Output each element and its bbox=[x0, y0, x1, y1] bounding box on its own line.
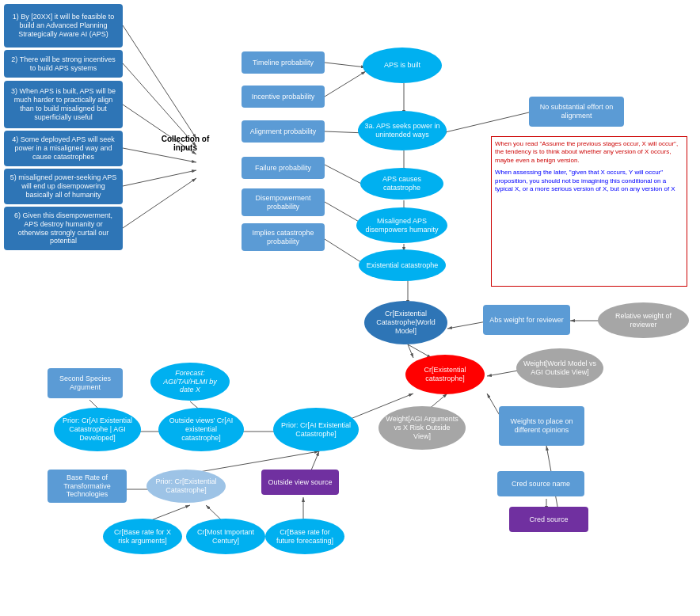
weights-opinions-node: Weights to place on different opinions bbox=[499, 406, 584, 446]
step5-node: 5) misaligned power-seeking APS will end… bbox=[4, 169, 123, 204]
annotation-box: When you read "Assume the previous stage… bbox=[491, 136, 687, 287]
collection-label-text: Collection of inputs bbox=[162, 135, 210, 152]
cr-exist-world-label: Cr[Existential Catastrophe|World Model] bbox=[371, 310, 441, 335]
step1-label: 1) By [20XX] it will be feasible to buil… bbox=[9, 13, 118, 38]
prior-cr-ai-node: Prior: Cr[AI Existential Catastrophe | A… bbox=[54, 408, 141, 451]
step2-node: 2) There will be strong incentives to bu… bbox=[4, 50, 123, 78]
aps-seeks-power-node: 3a. APS seeks power in unintended ways bbox=[358, 111, 447, 150]
svg-line-2 bbox=[123, 25, 196, 139]
disempowerment-prob-node: Disempowerment probability bbox=[242, 188, 325, 216]
rel-weight-node: Relative weight of reviewer bbox=[598, 302, 689, 338]
cred-source-node: Cred source bbox=[509, 507, 588, 532]
svg-line-9 bbox=[325, 71, 366, 97]
aps-built-label: APS is built bbox=[384, 61, 420, 70]
collection-inputs-label: Collection of inputs bbox=[154, 135, 217, 152]
misaligned-aps-node: Misaligned APS disempowers humanity bbox=[356, 207, 447, 243]
cred-source-name-node: Cred source name bbox=[497, 471, 584, 496]
aps-built-node: APS is built bbox=[363, 48, 442, 83]
base-rate-tech-label: Base Rate of Transformative Technologies bbox=[52, 473, 122, 499]
cred-source-label: Cred source bbox=[529, 515, 568, 524]
outside-view-source-label: Outside view source bbox=[268, 478, 332, 487]
alignment-prob-node: Alignment probability bbox=[242, 120, 325, 143]
implies-catast-prob-label: Implies catastrophe probability bbox=[246, 229, 320, 246]
step1-node: 1) By [20XX] it will be feasible to buil… bbox=[4, 4, 123, 48]
outside-views-node: Outside views' Cr[AI existential catastr… bbox=[158, 408, 244, 451]
weight-world-model-label: Weight[World Model vs AGI Outside View] bbox=[523, 359, 597, 377]
failure-prob-node: Failure probability bbox=[242, 157, 325, 179]
annotation-line2: When assessing the later, "given that X … bbox=[495, 169, 683, 193]
timeline-prob-label: Timeline probability bbox=[253, 59, 314, 67]
rel-weight-label: Relative weight of reviewer bbox=[604, 312, 683, 329]
incentive-prob-node: Incentive probability bbox=[242, 86, 325, 108]
annotation-line1: When you read "Assume the previous stage… bbox=[495, 140, 683, 165]
weight-agi-label: Weight[AGI Arguments vs X Risk Outside V… bbox=[385, 415, 459, 440]
outside-views-label: Outside views' Cr[AI existential catastr… bbox=[165, 416, 238, 442]
cr-exist-world-node: Cr[Existential Catastrophe|World Model] bbox=[364, 301, 447, 344]
incentive-prob-label: Incentive probability bbox=[252, 93, 315, 101]
aps-causes-catast-label: APS causes catastrophe bbox=[367, 175, 437, 192]
step4-label: 4) Some deployed APS will seek power in … bbox=[9, 135, 118, 161]
cr-exist-catast-node: Cr[Existential catastrophe] bbox=[405, 355, 485, 394]
prior-cr-exist-node: Prior: Cr[Existential Catastrophe] bbox=[146, 470, 226, 503]
disempowerment-prob-label: Disempowerment probability bbox=[246, 194, 320, 211]
step5-label: 5) misaligned power-seeking APS will end… bbox=[9, 173, 118, 199]
cr-base-rate-label: Cr[Base rate for X risk arguments] bbox=[109, 528, 176, 546]
cr-exist-catast-label: Cr[Existential catastrophe] bbox=[412, 366, 478, 383]
step6-node: 6) Given this disempowerment, APS destro… bbox=[4, 207, 123, 250]
cr-base-future-node: Cr[Base rate for future forecasting] bbox=[265, 519, 344, 554]
svg-line-18 bbox=[442, 112, 529, 133]
no-effort-node: No substantial effort on alignment bbox=[529, 97, 624, 127]
aps-seeks-power-label: 3a. APS seeks power in unintended ways bbox=[364, 122, 440, 139]
second-species-node: Second Species Argument bbox=[48, 368, 123, 398]
misaligned-aps-label: Misaligned APS disempowers humanity bbox=[363, 217, 441, 234]
cr-base-future-label: Cr[Base rate for future forecasting] bbox=[272, 528, 338, 546]
step3-node: 3) When APS is built, APS will be much h… bbox=[4, 81, 123, 128]
abs-weight-node: Abs weight for reviewer bbox=[483, 305, 570, 335]
svg-line-6 bbox=[123, 170, 196, 186]
cr-most-important-node: Cr[Most Important Century] bbox=[186, 519, 265, 554]
step2-label: 2) There will be strong incentives to bu… bbox=[9, 55, 118, 73]
cr-base-rate-node: Cr[Base rate for X risk arguments] bbox=[103, 519, 182, 554]
diagram-container: 1) By [20XX] it will be feasible to buil… bbox=[0, 0, 700, 616]
no-effort-label: No substantial effort on alignment bbox=[534, 103, 619, 120]
step6-label: 6) Given this disempowerment, APS destro… bbox=[9, 211, 118, 245]
step4-node: 4) Some deployed APS will seek power in … bbox=[4, 131, 123, 166]
prior-cr-ai-label: Prior: Cr[AI Existential Catastrophe | A… bbox=[60, 416, 135, 442]
second-species-label: Second Species Argument bbox=[52, 375, 118, 392]
weights-opinions-label: Weights to place on different opinions bbox=[504, 417, 580, 435]
step3-label: 3) When APS is built, APS will be much h… bbox=[9, 87, 118, 121]
exist-catast-node: Existential catastrophe bbox=[359, 249, 446, 281]
weight-world-model-node: Weight[World Model vs AGI Outside View] bbox=[516, 348, 603, 388]
abs-weight-label: Abs weight for reviewer bbox=[489, 316, 564, 325]
base-rate-tech-node: Base Rate of Transformative Technologies bbox=[48, 470, 127, 503]
svg-line-8 bbox=[325, 63, 366, 67]
alignment-prob-label: Alignment probability bbox=[250, 127, 317, 136]
implies-catast-prob-node: Implies catastrophe probability bbox=[242, 223, 325, 251]
prior-cr-ai2-label: Prior: Cr[AI Existential Catastrophe] bbox=[280, 421, 352, 439]
svg-line-7 bbox=[123, 178, 196, 228]
timeline-prob-node: Timeline probability bbox=[242, 51, 325, 74]
exist-catast-label: Existential catastrophe bbox=[367, 261, 439, 270]
prior-cr-ai2-node: Prior: Cr[AI Existential Catastrophe] bbox=[273, 408, 359, 451]
svg-line-22 bbox=[408, 344, 413, 358]
aps-causes-catast-node: APS causes catastrophe bbox=[360, 168, 443, 200]
forecast-agi-label: Forecast: AGI/TAI/HLMI by date X bbox=[157, 369, 223, 394]
cr-most-important-label: Cr[Most Important Century] bbox=[192, 528, 259, 546]
failure-prob-label: Failure probability bbox=[255, 164, 311, 173]
weight-agi-node: Weight[AGI Arguments vs X Risk Outside V… bbox=[379, 406, 466, 450]
cred-source-name-label: Cred source name bbox=[512, 480, 570, 489]
outside-view-source-node: Outside view source bbox=[261, 470, 339, 495]
prior-cr-exist-label: Prior: Cr[Existential Catastrophe] bbox=[153, 477, 219, 495]
forecast-agi-node: Forecast: AGI/TAI/HLMI by date X bbox=[150, 363, 230, 401]
